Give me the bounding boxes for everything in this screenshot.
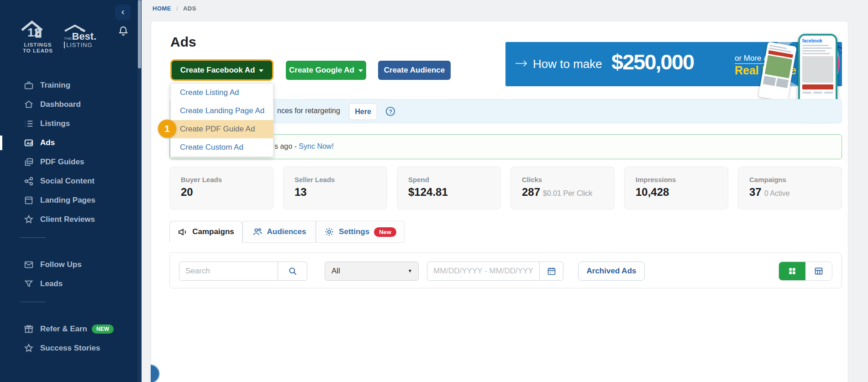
table-view-toggle[interactable] [805, 262, 832, 280]
sidebar-item-social-content[interactable]: Social Content [0, 172, 142, 191]
here-button[interactable]: Here [349, 103, 377, 120]
svg-text:PDF: PDF [28, 160, 33, 163]
create-facebook-ad-button[interactable]: Create Facebook Ad [170, 59, 274, 81]
calendar-button[interactable] [539, 262, 563, 281]
stat-value: 20 [181, 186, 193, 198]
filter-type-select[interactable]: All ▼ [325, 262, 419, 281]
notifications-bell-icon[interactable] [118, 26, 130, 37]
stat-value: 37 [749, 186, 762, 198]
stat-card-campaigns: Campaigns 370 Active [738, 167, 842, 209]
stat-label: Seller Leads [295, 176, 387, 183]
svg-text:Ad: Ad [26, 141, 32, 146]
menu-item-create-listing-ad[interactable]: Create Listing Ad [171, 84, 273, 102]
sidebar-item-training[interactable]: Training [0, 76, 142, 95]
search-input[interactable] [179, 262, 278, 281]
calendar-icon [547, 267, 556, 276]
chat-widget-button[interactable] [151, 364, 160, 382]
stat-sub: 0 Active [764, 189, 790, 197]
archived-ads-button[interactable]: Archived Ads [578, 262, 645, 281]
banner-more-text: or More a Year in [735, 54, 794, 64]
stat-label: Impressions [636, 176, 728, 183]
menu-item-create-custom-ad[interactable]: Create Custom Ad [171, 138, 273, 157]
create-audience-button[interactable]: Create Audience [378, 61, 451, 80]
logo-text-to-leads: TO LEADS [20, 48, 56, 54]
sidebar-scrollbar-thumb[interactable] [138, 0, 141, 68]
banner-amount-text: $250,000 [611, 49, 694, 74]
filter-bar: All ▼ Archived Ads [169, 252, 842, 288]
stat-value: 10,428 [636, 186, 669, 198]
gift-icon [24, 324, 35, 335]
tab-label: Settings [339, 227, 369, 236]
breadcrumb-home-link[interactable]: HOME [153, 5, 171, 12]
tab-campaigns[interactable]: Campaigns [169, 221, 242, 243]
app-window: 12 LISTINGS TO LEADS THEBest. LISTING ‹ [0, 0, 868, 382]
logo-text-best: Best. [72, 31, 97, 42]
promo-banner-background: »»»»»»»»»»»»»»»»»»»»» How to make $250,0… [505, 42, 842, 86]
sidebar-item-follow-ups[interactable]: Follow Ups [0, 255, 142, 274]
curved-arrow-icon [836, 46, 842, 58]
sidebar-item-dashboard[interactable]: Dashboard [0, 95, 142, 114]
sidebar-item-refer-earn[interactable]: Refer & Earn NEW [0, 319, 142, 339]
sidebar-item-landing-pages[interactable]: Landing Pages [0, 191, 142, 210]
logo-text-the: THE [64, 37, 72, 41]
grid-icon [788, 267, 797, 276]
settings-new-badge: New [374, 227, 396, 237]
stat-card-spend: Spend $124.81 [397, 167, 501, 209]
sidebar-collapse-button[interactable]: ‹ [115, 5, 131, 20]
share-icon [24, 176, 35, 187]
new-badge: NEW [92, 324, 114, 334]
sidebar-item-label: Landing Pages [40, 196, 95, 205]
date-range-input[interactable] [427, 262, 540, 281]
stat-label: Clicks [522, 176, 614, 183]
tab-settings[interactable]: Settings New [316, 221, 405, 243]
sidebar-item-listings[interactable]: Listings [0, 114, 142, 133]
facebook-ad-dropdown-menu: Create Listing Ad Create Landing Page Ad… [170, 83, 274, 157]
tab-label: Audiences [267, 227, 306, 236]
stat-card-clicks: Clicks 287$0.01 Per Click [510, 167, 615, 209]
pdf-icon: PDF [24, 157, 35, 167]
create-google-ad-button[interactable]: Create Google Ad [286, 61, 366, 80]
breadcrumb: HOME / ADS [153, 5, 196, 12]
sidebar: 12 LISTINGS TO LEADS THEBest. LISTING ‹ [0, 0, 142, 382]
logo-link[interactable]: 12 LISTINGS TO LEADS THEBest. LISTING [20, 20, 111, 61]
main-area: HOME / ADS Ads »»»»»»»»»»»»»»»»»»»»» How… [142, 0, 868, 382]
sidebar-item-leads[interactable]: Leads [0, 274, 142, 293]
stat-card-buyer-leads: Buyer Leads 20 [169, 167, 274, 209]
briefcase-icon [24, 80, 35, 91]
sync-now-link[interactable]: Sync Now! [299, 142, 333, 150]
help-question-icon[interactable]: ? [385, 106, 395, 116]
sidebar-item-client-reviews[interactable]: Client Reviews [0, 210, 142, 229]
sidebar-item-label: Leads [40, 279, 63, 288]
sidebar-item-ads[interactable]: Ad Ads [0, 133, 142, 152]
search-button[interactable] [278, 262, 307, 281]
promo-banner[interactable]: »»»»»»»»»»»»»»»»»»»»» How to make $250,0… [505, 42, 842, 86]
sidebar-item-label: Success Stories [40, 344, 100, 353]
sidebar-item-success-stories[interactable]: Success Stories [0, 339, 142, 358]
create-facebook-ad-label: Create Facebook Ad [180, 66, 255, 75]
stat-label: Campaigns [749, 176, 842, 183]
breadcrumb-separator: / [176, 5, 178, 12]
house-logo-icon: 12 [20, 20, 44, 42]
logo-text-listing: LISTING [64, 42, 100, 48]
sidebar-item-label: Client Reviews [40, 215, 95, 224]
sync-alert-text: s ago - [274, 142, 299, 150]
grid-view-toggle[interactable] [779, 262, 805, 280]
stat-label: Buyer Leads [181, 176, 273, 183]
stat-card-impressions: Impressions 10,428 [624, 167, 728, 209]
sidebar-item-label: Follow Ups [40, 260, 82, 269]
sidebar-item-label: PDF Guides [40, 157, 84, 167]
megaphone-icon [178, 227, 188, 237]
chevron-left-icon: ‹ [121, 6, 125, 16]
menu-item-create-pdf-guide-ad[interactable]: Create PDF Guide Ad [171, 120, 273, 138]
create-google-ad-label: Create Google Ad [289, 66, 354, 75]
sidebar-item-pdf-guides[interactable]: PDF PDF Guides [0, 152, 142, 172]
stat-card-seller-leads: Seller Leads 13 [283, 167, 387, 209]
listings-to-leads-logo: 12 LISTINGS TO LEADS [20, 20, 56, 61]
tab-audiences[interactable]: Audiences [242, 221, 316, 243]
create-audience-label: Create Audience [384, 66, 445, 75]
banner-lead-text: How to make [533, 57, 602, 71]
menu-item-create-landing-page-ad[interactable]: Create Landing Page Ad [171, 102, 273, 120]
stat-value: 13 [295, 186, 307, 198]
filter-type-selected-value: All [331, 267, 340, 275]
select-caret-icon: ▼ [408, 262, 412, 280]
